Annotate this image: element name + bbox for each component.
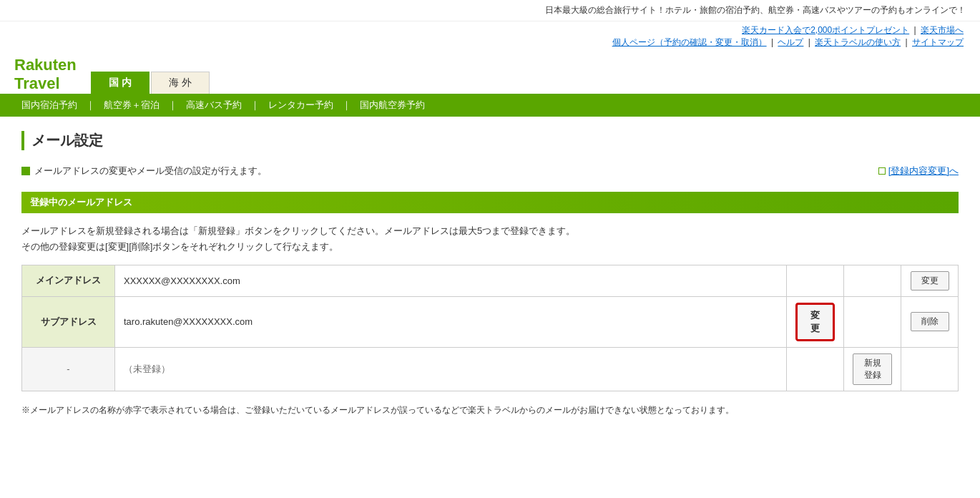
tab-overseas[interactable]: 海 外 <box>151 72 210 94</box>
help-link[interactable]: ヘルプ <box>778 37 803 47</box>
tab-domestic[interactable]: 国 内 <box>91 72 150 94</box>
table-row: サブアドレス taro.rakuten@XXXXXXXX.com 変更 削除 <box>22 296 959 347</box>
tagline: 日本最大級の総合旅行サイト！ホテル・旅館の宿泊予約、航空券・高速バスやツアーの予… <box>545 5 966 15</box>
sub-address-label: サブアドレス <box>22 296 115 347</box>
nav-bar: 国内宿泊予約 ｜ 航空券＋宿泊 ｜ 高速バス予約 ｜ レンタカー予約 ｜ 国内航… <box>0 94 980 117</box>
personal-page-link[interactable]: 個人ページ（予約の確認・変更・取消） <box>612 37 767 47</box>
dash-label: - <box>22 347 115 391</box>
main-change-button[interactable]: 変更 <box>911 271 949 290</box>
instruction-line1: メールアドレスを新規登録される場合は「新規登録」ボタンをクリックしてください。メ… <box>21 223 959 239</box>
instruction-line2: その他の登録変更は[変更][削除]ボタンをそれぞれクリックして行なえます。 <box>21 239 959 255</box>
sub-change-highlighted-button[interactable]: 変更 <box>795 303 835 341</box>
sub-address-email: taro.rakuten@XXXXXXXX.com <box>115 296 787 347</box>
nav-domestic-flight[interactable]: 国内航空券予約 <box>353 94 432 117</box>
green-square-icon <box>21 167 30 175</box>
logo-line2: Travel <box>14 74 77 93</box>
divider3: | <box>808 37 813 47</box>
sitemap-link[interactable]: サイトマップ <box>912 37 964 47</box>
nav-domestic-hotel[interactable]: 国内宿泊予約 <box>14 94 84 117</box>
sub-empty-cell <box>844 296 901 347</box>
change-link-label: [登録内容変更]へ <box>888 165 959 177</box>
main-address-email: XXXXXX@XXXXXXXX.com <box>115 265 787 296</box>
nav-flight-hotel[interactable]: 航空券＋宿泊 <box>97 94 167 117</box>
page-title: メール設定 <box>21 131 959 150</box>
sub-delete-button[interactable]: 削除 <box>911 312 949 331</box>
rakuten-card-link[interactable]: 楽天カード入会で2,000ポイントプレゼント <box>742 25 909 35</box>
footer-note: ※メールアドレスの名称が赤字で表示されている場合は、ご登録いただいているメールア… <box>21 403 959 417</box>
description-text: メールアドレスの変更やメール受信の設定が行えます。 <box>34 165 267 177</box>
email-table: メインアドレス XXXXXX@XXXXXXXX.com 変更 サブアドレス ta… <box>21 265 959 391</box>
sub-delete-cell: 削除 <box>901 296 959 347</box>
nav-bus[interactable]: 高速バス予約 <box>179 94 249 117</box>
nav-rental-car[interactable]: レンタカー予約 <box>261 94 340 117</box>
table-row: - （未登録） 新規登録 <box>22 347 959 391</box>
table-row: メインアドレス XXXXXX@XXXXXXXX.com 変更 <box>22 265 959 296</box>
sub-change-highlighted-cell: 変更 <box>787 296 844 347</box>
main-empty-cell1 <box>787 265 844 296</box>
divider1: | <box>914 25 918 35</box>
how-to-link[interactable]: 楽天トラベルの使い方 <box>815 37 901 47</box>
new-register-button[interactable]: 新規登録 <box>853 353 892 385</box>
change-registration-link[interactable]: [登録内容変更]へ <box>878 165 959 177</box>
divider2: | <box>771 37 775 47</box>
unregistered-email: （未登録） <box>115 347 787 391</box>
divider4: | <box>906 37 910 47</box>
main-address-label: メインアドレス <box>22 265 115 296</box>
logo-line1: Rakuten <box>14 56 77 74</box>
desc-area: メールアドレスの変更やメール受信の設定が行えます。 [登録内容変更]へ <box>21 165 959 177</box>
white-square-icon <box>878 167 886 175</box>
main-change-cell: 変更 <box>901 265 959 296</box>
main-empty-cell2 <box>844 265 901 296</box>
unreg-empty-cell2 <box>901 347 959 391</box>
section-header: 登録中のメールアドレス <box>21 192 959 213</box>
new-register-cell: 新規登録 <box>844 347 901 391</box>
unreg-empty-cell1 <box>787 347 844 391</box>
instructions: メールアドレスを新規登録される場合は「新規登録」ボタンをクリックしてください。メ… <box>21 223 959 255</box>
rakuten-ichiba-link[interactable]: 楽天市場へ <box>921 25 964 35</box>
